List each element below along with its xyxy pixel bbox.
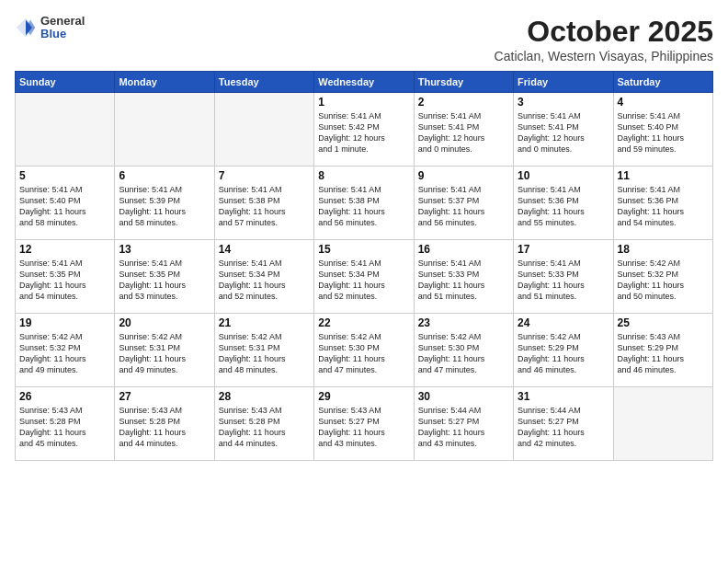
day-info: Sunrise: 5:41 AM Sunset: 5:37 PM Dayligh… <box>418 184 509 229</box>
day-number: 21 <box>219 316 310 329</box>
day-number: 31 <box>518 390 609 403</box>
calendar-cell: 18Sunrise: 5:42 AM Sunset: 5:32 PM Dayli… <box>613 240 712 314</box>
day-info: Sunrise: 5:43 AM Sunset: 5:28 PM Dayligh… <box>219 405 310 450</box>
calendar-cell: 25Sunrise: 5:43 AM Sunset: 5:29 PM Dayli… <box>613 314 712 387</box>
day-number: 18 <box>618 243 709 256</box>
day-number: 30 <box>418 390 509 403</box>
calendar-cell <box>115 93 214 167</box>
day-info: Sunrise: 5:42 AM Sunset: 5:32 PM Dayligh… <box>19 331 110 376</box>
day-info: Sunrise: 5:41 AM Sunset: 5:34 PM Dayligh… <box>219 258 310 303</box>
day-number: 26 <box>19 390 110 403</box>
calendar-cell: 5Sunrise: 5:41 AM Sunset: 5:40 PM Daylig… <box>16 167 115 240</box>
calendar-cell: 19Sunrise: 5:42 AM Sunset: 5:32 PM Dayli… <box>16 314 115 387</box>
day-info: Sunrise: 5:43 AM Sunset: 5:28 PM Dayligh… <box>119 405 210 450</box>
logo-text: General Blue <box>40 15 85 41</box>
calendar-cell: 10Sunrise: 5:41 AM Sunset: 5:36 PM Dayli… <box>514 167 613 240</box>
day-info: Sunrise: 5:43 AM Sunset: 5:28 PM Dayligh… <box>19 405 110 450</box>
day-number: 17 <box>518 243 609 256</box>
calendar-cell: 4Sunrise: 5:41 AM Sunset: 5:40 PM Daylig… <box>613 93 712 167</box>
weekday-header: Wednesday <box>314 72 414 93</box>
day-number: 1 <box>318 96 409 109</box>
day-number: 6 <box>119 169 210 182</box>
page-header: General Blue October 2025 Caticlan, West… <box>15 15 713 63</box>
day-info: Sunrise: 5:41 AM Sunset: 5:33 PM Dayligh… <box>418 258 509 303</box>
calendar-cell: 12Sunrise: 5:41 AM Sunset: 5:35 PM Dayli… <box>16 240 115 314</box>
day-number: 20 <box>119 316 210 329</box>
day-info: Sunrise: 5:42 AM Sunset: 5:31 PM Dayligh… <box>219 331 310 376</box>
day-number: 3 <box>518 96 609 109</box>
day-info: Sunrise: 5:41 AM Sunset: 5:36 PM Dayligh… <box>618 184 709 229</box>
day-number: 8 <box>318 169 409 182</box>
day-number: 14 <box>219 243 310 256</box>
calendar-header-row: SundayMondayTuesdayWednesdayThursdayFrid… <box>16 72 713 93</box>
day-number: 11 <box>618 169 709 182</box>
logo-icon <box>15 17 37 39</box>
day-number: 12 <box>19 243 110 256</box>
weekday-header: Monday <box>115 72 214 93</box>
calendar-cell: 9Sunrise: 5:41 AM Sunset: 5:37 PM Daylig… <box>414 167 513 240</box>
weekday-header: Saturday <box>613 72 712 93</box>
day-number: 19 <box>19 316 110 329</box>
calendar-cell: 21Sunrise: 5:42 AM Sunset: 5:31 PM Dayli… <box>214 314 313 387</box>
calendar-week-row: 5Sunrise: 5:41 AM Sunset: 5:40 PM Daylig… <box>16 167 713 240</box>
day-info: Sunrise: 5:41 AM Sunset: 5:34 PM Dayligh… <box>318 258 409 303</box>
calendar-cell: 27Sunrise: 5:43 AM Sunset: 5:28 PM Dayli… <box>115 387 214 461</box>
day-info: Sunrise: 5:41 AM Sunset: 5:33 PM Dayligh… <box>518 258 609 303</box>
calendar-cell: 23Sunrise: 5:42 AM Sunset: 5:30 PM Dayli… <box>414 314 513 387</box>
calendar-cell: 26Sunrise: 5:43 AM Sunset: 5:28 PM Dayli… <box>16 387 115 461</box>
calendar-cell: 6Sunrise: 5:41 AM Sunset: 5:39 PM Daylig… <box>115 167 214 240</box>
day-info: Sunrise: 5:42 AM Sunset: 5:32 PM Dayligh… <box>618 258 709 303</box>
weekday-header: Tuesday <box>214 72 313 93</box>
day-info: Sunrise: 5:43 AM Sunset: 5:29 PM Dayligh… <box>618 331 709 376</box>
day-info: Sunrise: 5:43 AM Sunset: 5:27 PM Dayligh… <box>318 405 409 450</box>
calendar-week-row: 19Sunrise: 5:42 AM Sunset: 5:32 PM Dayli… <box>16 314 713 387</box>
calendar-cell: 31Sunrise: 5:44 AM Sunset: 5:27 PM Dayli… <box>514 387 613 461</box>
day-number: 23 <box>418 316 509 329</box>
day-info: Sunrise: 5:42 AM Sunset: 5:30 PM Dayligh… <box>418 331 509 376</box>
month-title: October 2025 <box>495 15 713 49</box>
day-info: Sunrise: 5:41 AM Sunset: 5:36 PM Dayligh… <box>518 184 609 229</box>
day-number: 16 <box>418 243 509 256</box>
day-info: Sunrise: 5:42 AM Sunset: 5:30 PM Dayligh… <box>318 331 409 376</box>
day-number: 22 <box>318 316 409 329</box>
calendar-cell: 2Sunrise: 5:41 AM Sunset: 5:41 PM Daylig… <box>414 93 513 167</box>
logo-general: General <box>40 15 85 28</box>
calendar-cell: 16Sunrise: 5:41 AM Sunset: 5:33 PM Dayli… <box>414 240 513 314</box>
calendar-cell: 28Sunrise: 5:43 AM Sunset: 5:28 PM Dayli… <box>214 387 313 461</box>
calendar-week-row: 1Sunrise: 5:41 AM Sunset: 5:42 PM Daylig… <box>16 93 713 167</box>
calendar-cell <box>214 93 313 167</box>
day-info: Sunrise: 5:41 AM Sunset: 5:35 PM Dayligh… <box>119 258 210 303</box>
day-info: Sunrise: 5:42 AM Sunset: 5:31 PM Dayligh… <box>119 331 210 376</box>
day-info: Sunrise: 5:41 AM Sunset: 5:35 PM Dayligh… <box>19 258 110 303</box>
day-info: Sunrise: 5:44 AM Sunset: 5:27 PM Dayligh… <box>418 405 509 450</box>
location-title: Caticlan, Western Visayas, Philippines <box>495 49 713 63</box>
day-info: Sunrise: 5:41 AM Sunset: 5:42 PM Dayligh… <box>318 110 409 155</box>
day-info: Sunrise: 5:44 AM Sunset: 5:27 PM Dayligh… <box>518 405 609 450</box>
weekday-header: Sunday <box>16 72 115 93</box>
day-number: 27 <box>119 390 210 403</box>
calendar-cell: 20Sunrise: 5:42 AM Sunset: 5:31 PM Dayli… <box>115 314 214 387</box>
day-number: 28 <box>219 390 310 403</box>
logo: General Blue <box>15 15 85 41</box>
calendar-table: SundayMondayTuesdayWednesdayThursdayFrid… <box>15 71 713 461</box>
day-info: Sunrise: 5:41 AM Sunset: 5:38 PM Dayligh… <box>318 184 409 229</box>
day-number: 4 <box>618 96 709 109</box>
calendar-cell: 1Sunrise: 5:41 AM Sunset: 5:42 PM Daylig… <box>314 93 414 167</box>
weekday-header: Friday <box>514 72 613 93</box>
day-number: 25 <box>618 316 709 329</box>
day-info: Sunrise: 5:41 AM Sunset: 5:40 PM Dayligh… <box>618 110 709 155</box>
calendar-cell: 11Sunrise: 5:41 AM Sunset: 5:36 PM Dayli… <box>613 167 712 240</box>
calendar-cell: 29Sunrise: 5:43 AM Sunset: 5:27 PM Dayli… <box>314 387 414 461</box>
day-number: 13 <box>119 243 210 256</box>
calendar-cell <box>613 387 712 461</box>
day-number: 2 <box>418 96 509 109</box>
calendar-cell: 3Sunrise: 5:41 AM Sunset: 5:41 PM Daylig… <box>514 93 613 167</box>
calendar-cell: 22Sunrise: 5:42 AM Sunset: 5:30 PM Dayli… <box>314 314 414 387</box>
calendar-cell: 15Sunrise: 5:41 AM Sunset: 5:34 PM Dayli… <box>314 240 414 314</box>
day-number: 7 <box>219 169 310 182</box>
title-block: October 2025 Caticlan, Western Visayas, … <box>495 15 713 63</box>
calendar-cell: 30Sunrise: 5:44 AM Sunset: 5:27 PM Dayli… <box>414 387 513 461</box>
day-info: Sunrise: 5:41 AM Sunset: 5:38 PM Dayligh… <box>219 184 310 229</box>
weekday-header: Thursday <box>414 72 513 93</box>
calendar-cell: 24Sunrise: 5:42 AM Sunset: 5:29 PM Dayli… <box>514 314 613 387</box>
